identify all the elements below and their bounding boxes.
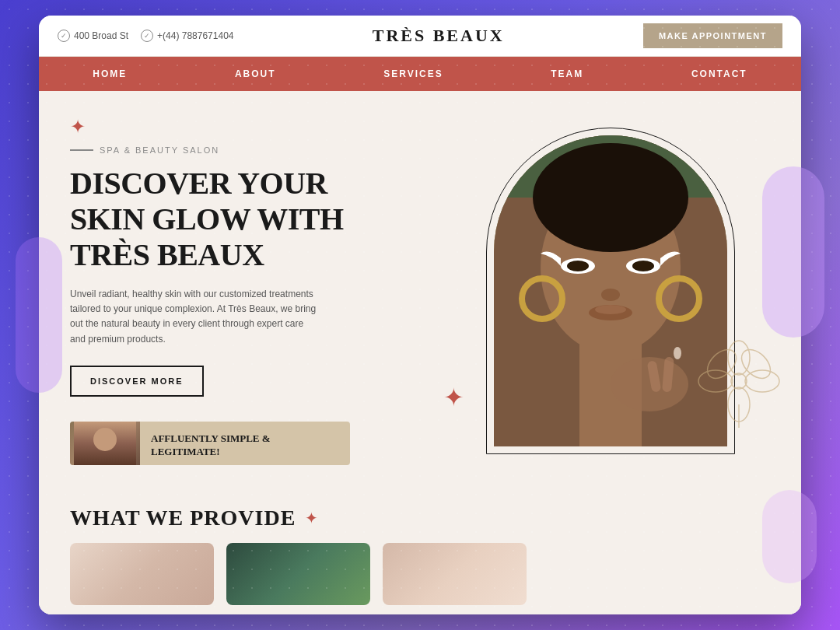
diamond-icon-top: ✦ [70,116,389,138]
check-icon-phone: ✓ [141,30,153,42]
check-icon-address: ✓ [58,30,70,42]
nav-item-about[interactable]: ABOUT [219,58,292,90]
top-bar: ✓ 400 Broad St ✓ +(44) 7887671404 TRÈS B… [39,16,801,57]
promo-card-image [70,422,140,465]
spa-label-text: SPA & BEAUTY SALON [100,145,219,155]
hero-description: Unveil radiant, healthy skin with our cu… [70,287,319,347]
hero-heading-line1: DISCOVER YOUR [70,166,327,201]
svg-point-6 [567,261,589,271]
person-image [74,422,136,465]
site-title: TRÈS BEAUX [373,26,505,46]
svg-point-9 [601,289,620,301]
svg-point-23 [702,345,742,384]
nav-item-contact[interactable]: CONTACT [676,58,763,90]
nav-item-services[interactable]: SERVICES [368,58,458,90]
appointment-button[interactable]: MAKE APPOINTMENT [643,23,782,48]
address-text: 400 Broad St [74,30,128,41]
hero-left: ✦ SPA & BEAUTY SALON DISCOVER YOUR SKIN … [39,91,420,490]
nav-item-home[interactable]: HOME [77,58,142,90]
bottom-section: WHAT WE PROVIDE ✦ [39,490,801,614]
promo-title: AFFLUENTLY SIMPLE & LEGITIMATE! [151,432,339,459]
hero-heading-line2: SKIN GLOW WITH [70,201,344,236]
nav-bar: HOME ABOUT SERVICES TEAM CONTACT [39,57,801,91]
flower-decoration [692,334,786,428]
promo-text: Experience luxury through simplicity wit… [151,464,339,465]
main-content: ✦ SPA & BEAUTY SALON DISCOVER YOUR SKIN … [39,91,801,614]
hero-heading: DISCOVER YOUR SKIN GLOW WITH TRÈS BEAUX [70,166,389,273]
hero-heading-line3: TRÈS BEAUX [70,237,264,272]
svg-point-8 [632,261,654,271]
svg-point-11 [595,305,626,314]
promo-card-content: AFFLUENTLY SIMPLE & LEGITIMATE! Experien… [140,422,350,465]
section-title: WHAT WE PROVIDE [70,506,296,530]
section-title-row: WHAT WE PROVIDE ✦ [70,506,770,530]
section-diamond-icon: ✦ [305,509,318,527]
browser-window: ✓ 400 Broad St ✓ +(44) 7887671404 TRÈS B… [39,16,801,614]
hero-section: ✦ SPA & BEAUTY SALON DISCOVER YOUR SKIN … [39,91,801,490]
svg-point-17 [674,347,681,359]
address-contact: ✓ 400 Broad St [58,30,128,42]
spa-line [70,149,93,151]
nav-item-team[interactable]: TEAM [535,58,599,90]
svg-point-18 [731,373,747,389]
phone-text: +(44) 7887671404 [157,30,233,41]
phone-contact: ✓ +(44) 7887671404 [141,30,233,42]
service-card-1[interactable] [70,543,214,605]
promo-card: AFFLUENTLY SIMPLE & LEGITIMATE! Experien… [70,422,350,465]
svg-point-4 [533,143,688,252]
discover-more-button[interactable]: DISCOVER MORE [70,366,204,397]
contact-info: ✓ 400 Broad St ✓ +(44) 7887671404 [58,30,233,42]
diamond-icon-hero: ✦ [443,383,464,412]
spa-label: SPA & BEAUTY SALON [70,145,389,155]
hero-right: ✦ [420,91,801,490]
svg-point-24 [737,345,776,384]
service-card-3[interactable] [383,543,527,605]
service-card-2[interactable] [226,543,370,605]
services-grid [70,543,770,605]
